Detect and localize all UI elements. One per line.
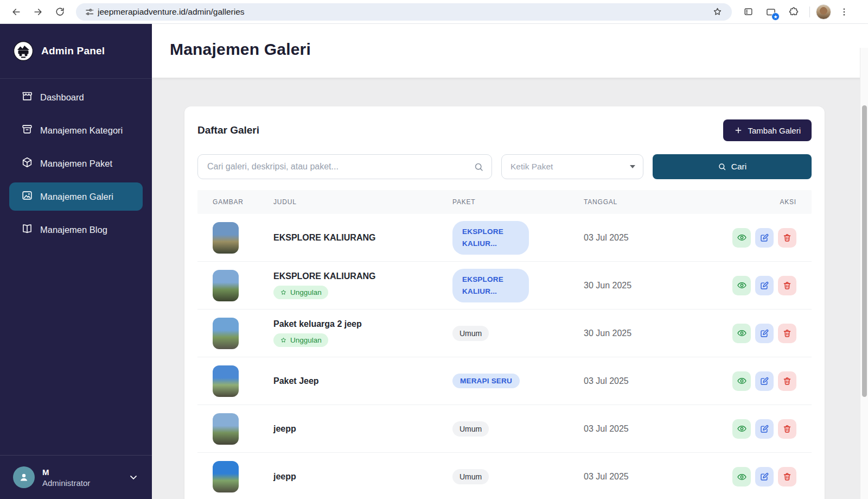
edit-button[interactable] (755, 467, 774, 487)
browser-menu-button[interactable] (834, 2, 854, 22)
table-row: jeepp Umum 03 Jul 2025 (197, 453, 812, 499)
trash-icon (782, 472, 792, 482)
search-button[interactable]: Cari (653, 154, 812, 179)
upload-date: 30 Jun 2025 (584, 281, 732, 290)
eye-icon (737, 376, 747, 386)
archive-icon (21, 123, 33, 137)
side-panel-button[interactable] (738, 2, 758, 22)
gallery-title: Paket Jeep (273, 376, 319, 386)
browser-profile-avatar[interactable] (816, 4, 831, 20)
eye-icon (737, 328, 747, 338)
sidebar-item-manajemen-galeri[interactable]: Manajemen Galeri (9, 182, 143, 211)
delete-button[interactable] (778, 467, 796, 487)
back-arrow-icon (11, 7, 22, 17)
view-button[interactable] (732, 371, 751, 391)
sidebar: Admin Panel Dashboard Manajemen Kategori… (0, 24, 152, 499)
view-button[interactable] (732, 228, 751, 248)
package-badge: Umum (452, 326, 489, 341)
extensions-puzzle-icon (788, 7, 799, 17)
gallery-icon (21, 190, 33, 204)
edit-icon (760, 376, 769, 386)
edit-icon (760, 424, 769, 434)
edit-button[interactable] (755, 419, 774, 439)
package-filter-placeholder: Ketik Paket (510, 162, 553, 172)
gallery-table: GAMBAR JUDUL PAKET TANGGAL AKSI EKSPLORE… (197, 190, 812, 499)
table-row: Paket Jeep MERAPI SERU 03 Jul 2025 (197, 357, 812, 405)
package-filter-select[interactable]: Ketik Paket (501, 154, 643, 179)
package-badge: Umum (452, 421, 489, 437)
trash-icon (782, 281, 792, 290)
user-menu[interactable]: M Administrator (0, 455, 152, 499)
package-icon (21, 156, 33, 170)
trash-icon (782, 424, 792, 434)
bookmark-star-button[interactable] (709, 4, 725, 20)
table-row: EKSPLORE KALIURANG Unggulan EKSPLORE KAL… (197, 262, 812, 309)
cast-button[interactable]: ★ (761, 2, 781, 22)
bookmark-star-icon (712, 7, 723, 17)
column-tanggal: TANGGAL (584, 198, 732, 206)
trash-icon (782, 233, 792, 243)
sidebar-item-manajemen-blog[interactable]: Manajemen Blog (9, 216, 143, 244)
view-button[interactable] (732, 276, 751, 295)
forward-button[interactable] (28, 2, 48, 22)
scrollbar-thumb[interactable] (862, 105, 867, 397)
back-button[interactable] (7, 2, 26, 22)
delete-button[interactable] (778, 228, 796, 248)
sidebar-item-dashboard[interactable]: Dashboard (9, 83, 143, 111)
site-settings-icon[interactable] (81, 4, 98, 20)
upload-date: 03 Jul 2025 (584, 472, 732, 482)
forward-arrow-icon (33, 7, 43, 17)
add-gallery-button[interactable]: Tambah Galeri (723, 119, 812, 141)
table-row: EKSPLORE KALIURANG EKSPLORE KALIUR... 03… (197, 214, 812, 262)
eye-icon (737, 472, 747, 482)
sidebar-brand: Admin Panel (0, 24, 152, 79)
page-scrollbar[interactable] (860, 48, 868, 499)
browser-toolbar: jeepmerapiadventure.id/admin/galleries ★ (0, 0, 868, 24)
sidebar-item-manajemen-paket[interactable]: Manajemen Paket (9, 149, 143, 178)
chevron-down-icon[interactable] (128, 472, 139, 483)
edit-icon (760, 472, 769, 482)
delete-button[interactable] (778, 324, 796, 343)
reload-icon (55, 7, 65, 17)
upload-date: 30 Jun 2025 (584, 329, 732, 338)
edit-button[interactable] (755, 371, 774, 391)
gallery-thumbnail (213, 461, 239, 492)
package-badge: EKSPLORE KALIUR... (452, 221, 529, 255)
eye-icon (737, 280, 747, 290)
view-button[interactable] (732, 324, 751, 343)
jeep-logo-icon (13, 41, 34, 61)
search-input[interactable] (197, 154, 492, 179)
url-bar[interactable]: jeepmerapiadventure.id/admin/galleries (76, 3, 732, 21)
url-text[interactable]: jeepmerapiadventure.id/admin/galleries (98, 7, 709, 17)
column-aksi: AKSI (732, 198, 812, 206)
reload-button[interactable] (50, 2, 69, 22)
sidebar-nav: Dashboard Manajemen Kategori Manajemen P… (0, 79, 152, 253)
extensions-button[interactable] (784, 2, 803, 22)
book-icon (21, 223, 33, 237)
edit-button[interactable] (755, 276, 774, 295)
gallery-title: jeepp (273, 424, 296, 434)
view-button[interactable] (732, 467, 751, 487)
cast-badge-star-icon: ★ (771, 12, 780, 21)
search-button-icon (718, 162, 726, 171)
delete-button[interactable] (778, 371, 796, 391)
storefront-icon (21, 90, 33, 104)
edit-button[interactable] (755, 228, 774, 248)
delete-button[interactable] (778, 276, 796, 295)
delete-button[interactable] (778, 419, 796, 439)
table-row: jeepp Umum 03 Jul 2025 (197, 405, 812, 453)
edit-icon (760, 233, 769, 243)
column-judul: JUDUL (273, 198, 452, 206)
upload-date: 03 Jul 2025 (584, 233, 732, 243)
sidebar-item-manajemen-kategori[interactable]: Manajemen Kategori (9, 116, 143, 144)
user-avatar-icon (13, 466, 35, 488)
gallery-thumbnail (213, 270, 239, 301)
select-caret-icon (630, 165, 635, 168)
gallery-title: jeepp (273, 472, 296, 482)
edit-button[interactable] (755, 324, 774, 343)
star-icon (280, 337, 287, 344)
view-button[interactable] (732, 419, 751, 439)
package-badge: MERAPI SERU (452, 374, 520, 388)
table-row: Paket keluarga 2 jeep Unggulan Umum 30 J… (197, 309, 812, 357)
eye-icon (737, 424, 747, 434)
